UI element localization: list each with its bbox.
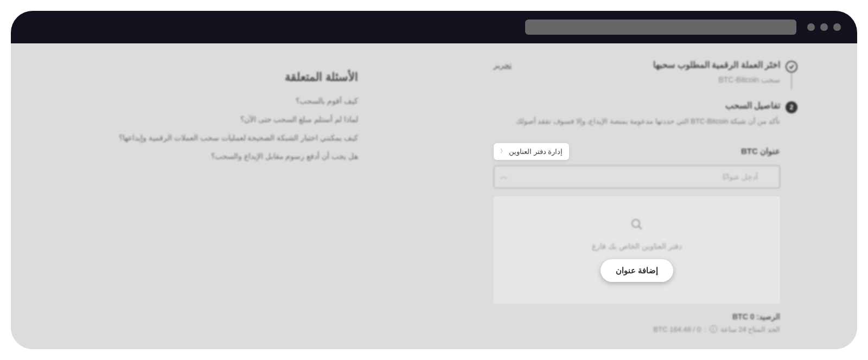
faq-item[interactable]: كيف أقوم بالسحب؟ [76,97,358,105]
window-close-dot[interactable] [833,23,841,31]
limit-value: 0 / 164.48 BTC [654,325,701,333]
manage-label: إدارة دفتر العناوين [509,147,563,156]
step1-title: اختَر العملة الرقمية المطلوب سحبها [653,60,780,70]
chevron-up-icon[interactable]: ︿ [500,172,508,182]
page-content: اختَر العملة الرقمية المطلوب سحبها تحرير… [11,43,857,349]
address-input[interactable] [494,165,780,188]
search-icon [630,218,643,233]
faq-item[interactable]: كيف يمكنني اختيار الشبكة الصحيحة لعمليات… [76,133,358,142]
step1-subtitle: سحب BTC-Bitcoin [494,75,780,84]
browser-title-bar [11,11,857,43]
balance-row: الرصيد: 0 BTC [494,312,780,321]
step2-title: تفاصيل السحب [494,100,780,111]
window-controls [807,23,841,31]
url-bar[interactable] [525,20,796,35]
manage-address-book-button[interactable]: إدارة دفتر العناوين 〈 [494,143,569,160]
step-1: اختَر العملة الرقمية المطلوب سحبها تحرير… [494,60,797,84]
balance-value: 0 BTC [732,312,754,321]
withdrawal-steps: اختَر العملة الرقمية المطلوب سحبها تحرير… [494,60,797,333]
faq-item[interactable]: لماذا لم أستلم مبلغ السحب حتى الآن؟ [76,115,358,124]
add-address-button[interactable]: إضافة عنوان [601,259,673,282]
address-dropdown-panel: دفتر العناوين الخاص بك فارغ إضافة عنوان [494,196,780,304]
step2-description: تأكد من أن شبكة BTC-Bitcoin التي حددتها … [494,116,780,127]
window-maximize-dot[interactable] [807,23,815,31]
browser-frame: اختَر العملة الرقمية المطلوب سحبها تحرير… [11,11,857,349]
svg-line-1 [639,226,642,229]
limit-label: الحد المتاح 24 ساعة [720,325,780,333]
checkmark-icon [786,61,797,73]
address-field-label: عنوان BTC [741,146,780,156]
svg-point-0 [632,220,640,227]
faq-column: الأسئلة المتعلقة كيف أقوم بالسحب؟ لماذا … [71,60,363,333]
step-number-badge: 2 [786,101,797,113]
address-input-wrapper: ︿ [494,165,780,188]
faq-item[interactable]: هل يجب أن أدفع رسوم مقابل الإيداع والسحب… [76,152,358,160]
faq-title: الأسئلة المتعلقة [76,70,358,83]
step-connector [791,73,792,89]
balance-label: الرصيد: [756,312,780,321]
info-icon[interactable]: i [710,325,717,333]
chevron-left-icon: 〈 [500,147,506,155]
step-2: 2 تفاصيل السحب تأكد من أن شبكة BTC-Bitco… [494,100,797,333]
faq-box: الأسئلة المتعلقة كيف أقوم بالسحب؟ لماذا … [71,60,363,181]
edit-link[interactable]: تحرير [494,61,512,69]
empty-address-text: دفتر العناوين الخاص بك فارغ [592,242,682,250]
window-minimize-dot[interactable] [820,23,828,31]
limit-row: الحد المتاح 24 ساعة i: 0 / 164.48 BTC [494,325,780,333]
